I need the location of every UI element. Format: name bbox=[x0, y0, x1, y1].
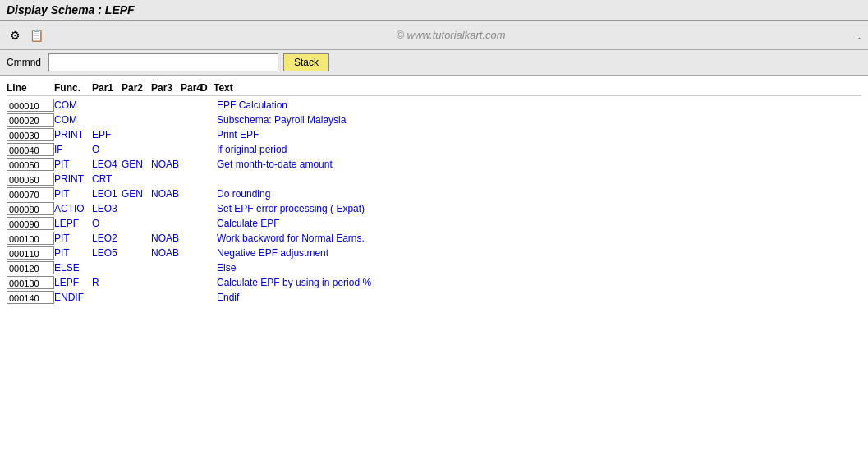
cell-func: PIT bbox=[54, 247, 92, 259]
cell-func: COM bbox=[54, 114, 92, 126]
cell-par3: NOAB bbox=[151, 232, 181, 244]
table-row: 000030 PRINT EPF Print EPF bbox=[7, 127, 861, 142]
cell-par3: NOAB bbox=[151, 247, 181, 259]
cell-text: Negative EPF adjustment bbox=[214, 247, 861, 259]
cell-line[interactable]: 000040 bbox=[7, 143, 54, 156]
table-row: 000100 PIT LEO2 NOAB Work backword for N… bbox=[7, 231, 861, 246]
cell-line[interactable]: 000130 bbox=[7, 276, 54, 289]
cell-par1: LEO1 bbox=[92, 188, 122, 200]
cell-text: EPF Calculation bbox=[214, 99, 861, 111]
cell-text: Subschema: Payroll Malaysia bbox=[214, 114, 861, 126]
table-row: 000060 PRINT CRT bbox=[7, 172, 861, 186]
title-bar: Display Schema : LEPF bbox=[0, 0, 868, 21]
cell-line[interactable]: 000050 bbox=[7, 158, 54, 171]
cell-text: Do rounding bbox=[214, 188, 861, 200]
copy-icon[interactable]: 📋 bbox=[28, 27, 44, 44]
header-d: D bbox=[200, 82, 214, 94]
table-row: 000090 LEPF O Calculate EPF bbox=[7, 216, 861, 231]
cell-par3: NOAB bbox=[151, 159, 181, 170]
settings-icon[interactable]: ⚙ bbox=[7, 27, 23, 44]
cell-text: If original period bbox=[214, 144, 861, 155]
header-par2: Par2 bbox=[122, 82, 151, 94]
header-func: Func. bbox=[54, 82, 92, 94]
cell-func: PIT bbox=[54, 159, 92, 170]
cell-par3: NOAB bbox=[151, 188, 181, 200]
header-line: Line bbox=[7, 82, 54, 94]
cell-func: ACTIO bbox=[54, 203, 92, 214]
table-row: 000070 PIT LEO1 GEN NOAB Do rounding bbox=[7, 186, 861, 201]
cell-par1: O bbox=[92, 218, 122, 229]
cell-par1: LEO5 bbox=[92, 247, 122, 259]
header-par4: Par4 bbox=[181, 82, 200, 94]
cell-line[interactable]: 000070 bbox=[7, 187, 54, 200]
cell-line[interactable]: 000030 bbox=[7, 128, 54, 141]
table-row: 000130 LEPF R Calculate EPF by using in … bbox=[7, 275, 861, 290]
cell-func: COM bbox=[54, 99, 92, 111]
main-content: Line Func. Par1 Par2 Par3 Par4 D Text 00… bbox=[0, 76, 868, 451]
cell-text: Work backword for Normal Earns. bbox=[214, 232, 861, 244]
table-row: 000040 IF O If original period bbox=[7, 142, 861, 157]
cell-func: PIT bbox=[54, 188, 92, 200]
cell-line[interactable]: 000020 bbox=[7, 113, 54, 127]
table-row: 000010 COM EPF Calculation bbox=[7, 98, 861, 113]
cell-line[interactable]: 000090 bbox=[7, 217, 54, 230]
header-par3: Par3 bbox=[151, 82, 181, 94]
stack-button[interactable]: Stack bbox=[283, 53, 329, 71]
cell-par1: LEO3 bbox=[92, 203, 122, 214]
cell-func: ELSE bbox=[54, 262, 92, 274]
cell-par1: CRT bbox=[92, 173, 122, 185]
cell-text: Calculate EPF bbox=[214, 218, 861, 229]
watermark: © www.tutorialkart.com bbox=[49, 29, 852, 41]
cell-par2: GEN bbox=[122, 188, 151, 200]
cell-line[interactable]: 000010 bbox=[7, 99, 54, 112]
cell-par2: GEN bbox=[122, 159, 151, 170]
cell-par1: LEO2 bbox=[92, 232, 122, 244]
cell-line[interactable]: 000100 bbox=[7, 232, 54, 245]
cell-par1: R bbox=[92, 277, 122, 288]
cell-line[interactable]: 000110 bbox=[7, 246, 54, 260]
table-row: 000110 PIT LEO5 NOAB Negative EPF adjust… bbox=[7, 246, 861, 260]
cell-func: LEPF bbox=[54, 277, 92, 288]
cell-text: Set EPF error processing ( Expat) bbox=[214, 203, 861, 214]
cell-par1: EPF bbox=[92, 129, 122, 140]
cell-text: Endif bbox=[214, 292, 861, 303]
cell-line[interactable]: 000060 bbox=[7, 173, 54, 186]
cell-func: PRINT bbox=[54, 173, 92, 185]
table-row: 000120 ELSE Else bbox=[7, 260, 861, 275]
cell-func: ENDIF bbox=[54, 292, 92, 303]
cell-line[interactable]: 000120 bbox=[7, 261, 54, 274]
page-title: Display Schema : LEPF bbox=[7, 3, 135, 16]
table-row: 000050 PIT LEO4 GEN NOAB Get month-to-da… bbox=[7, 157, 861, 172]
table-row: 000020 COM Subschema: Payroll Malaysia bbox=[7, 113, 861, 127]
cell-func: PIT bbox=[54, 232, 92, 244]
cell-func: IF bbox=[54, 144, 92, 155]
cell-func: LEPF bbox=[54, 218, 92, 229]
cell-line[interactable]: 000140 bbox=[7, 291, 54, 304]
command-label: Cmmnd bbox=[7, 57, 44, 68]
cell-text: Print EPF bbox=[214, 129, 861, 140]
cell-func: PRINT bbox=[54, 129, 92, 140]
cell-par1: LEO4 bbox=[92, 159, 122, 170]
toolbar: ⚙ 📋 © www.tutorialkart.com . bbox=[0, 21, 868, 50]
command-bar: Cmmnd Stack bbox=[0, 50, 868, 76]
command-input[interactable] bbox=[48, 53, 278, 71]
header-par1: Par1 bbox=[92, 82, 122, 94]
column-headers: Line Func. Par1 Par2 Par3 Par4 D Text bbox=[7, 81, 861, 96]
table-row: 000140 ENDIF Endif bbox=[7, 290, 861, 305]
header-text: Text bbox=[214, 82, 861, 94]
cell-text: Calculate EPF by using in period % bbox=[214, 277, 861, 288]
table-row: 000080 ACTIO LEO3 Set EPF error processi… bbox=[7, 201, 861, 216]
cell-text: Get month-to-date amount bbox=[214, 159, 861, 170]
cell-text: Else bbox=[214, 262, 861, 274]
cell-line[interactable]: 000080 bbox=[7, 202, 54, 215]
rows-container: 000010 COM EPF Calculation 000020 COM Su… bbox=[7, 98, 861, 305]
dot-separator: . bbox=[857, 26, 861, 44]
cell-par1: O bbox=[92, 144, 122, 155]
